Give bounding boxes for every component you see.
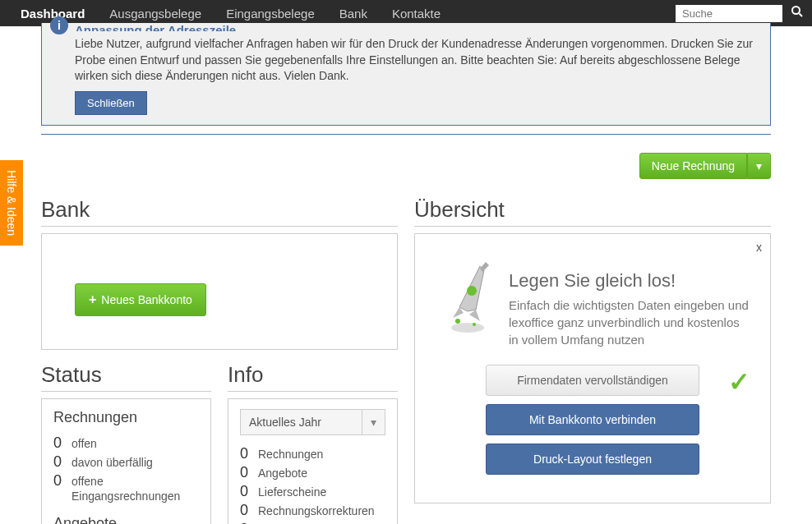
info-count: 0 bbox=[240, 464, 251, 481]
checkmark-icon: ✓ bbox=[728, 366, 750, 398]
overview-body: Einfach die wichtigsten Daten eingeben u… bbox=[509, 296, 750, 348]
status-line: 0 offene Eingangsrechnungen bbox=[53, 472, 199, 503]
overview-title: Legen Sie gleich los! bbox=[509, 270, 750, 292]
svg-point-3 bbox=[467, 286, 477, 296]
search-input[interactable] bbox=[676, 5, 782, 22]
info-label: Angebote bbox=[258, 464, 307, 480]
info-heading: Info bbox=[228, 362, 398, 392]
banner-title: Anpassung der Adresszeile bbox=[75, 23, 758, 31]
right-column: Übersicht x bbox=[414, 197, 771, 524]
info-count: 0 bbox=[240, 483, 251, 500]
help-ideas-tab[interactable]: Hilfe & Ideen bbox=[0, 160, 23, 246]
status-line: 0 davon überfällig bbox=[53, 453, 199, 471]
status-offers-header: Angebote bbox=[53, 515, 199, 524]
status-count: 0 bbox=[53, 453, 65, 471]
overview-heading: Übersicht bbox=[414, 197, 771, 227]
info-count: 0 bbox=[240, 445, 251, 462]
banner-body: Liebe Nutzer, aufgrund vielfacher Anfrag… bbox=[75, 36, 758, 85]
nav-bank[interactable]: Bank bbox=[327, 2, 380, 25]
svg-line-1 bbox=[800, 14, 803, 17]
info-label: Lieferscheine bbox=[258, 483, 326, 499]
status-count: 0 bbox=[53, 472, 65, 490]
year-select-value: Aktuelles Jahr bbox=[241, 410, 362, 434]
info-count: 0 bbox=[240, 502, 251, 519]
info-panel: Aktuelles Jahr ▾ 0 Rechnungen 0 Angebote bbox=[228, 398, 398, 524]
set-print-layout-button[interactable]: Druck-Layout festlegen bbox=[486, 444, 699, 475]
status-label: offene Eingangsrechnungen bbox=[72, 472, 199, 503]
info-banner: i Anpassung der Adresszeile Liebe Nutzer… bbox=[41, 23, 771, 126]
nav-eingangsbelege[interactable]: Eingangsbelege bbox=[214, 2, 327, 25]
connect-bank-button[interactable]: Mit Bankkonto verbinden bbox=[486, 404, 699, 435]
status-invoices-header: Rechnungen bbox=[53, 409, 199, 426]
rocket-icon bbox=[435, 254, 501, 336]
year-select[interactable]: Aktuelles Jahr ▾ bbox=[240, 409, 385, 435]
nav-ausgangsbelege[interactable]: Ausgangsbelege bbox=[97, 2, 214, 25]
svg-point-2 bbox=[451, 323, 484, 333]
status-panel: Rechnungen 0 offen 0 davon überfällig 0 … bbox=[41, 398, 211, 524]
chevron-down-icon[interactable]: ▾ bbox=[362, 410, 385, 434]
bank-heading: Bank bbox=[41, 197, 398, 227]
info-label: Rechnungen bbox=[258, 445, 323, 462]
overview-intro: Legen Sie gleich los! Einfach die wichti… bbox=[427, 246, 759, 348]
new-bank-account-label: Neues Bankkonto bbox=[101, 293, 192, 306]
plus-icon: + bbox=[89, 292, 96, 307]
nav-right bbox=[676, 5, 804, 22]
search-icon[interactable] bbox=[791, 5, 804, 21]
status-heading: Status bbox=[41, 362, 211, 392]
banner-divider bbox=[41, 134, 771, 135]
info-label: Rechnungskorrekturen bbox=[258, 502, 375, 518]
new-invoice-dropdown[interactable]: ▾ bbox=[747, 153, 771, 179]
info-count: 0 bbox=[240, 521, 251, 524]
svg-point-0 bbox=[792, 7, 800, 14]
info-line: 0 Lieferscheine bbox=[240, 483, 385, 500]
action-row: Neue Rechnung▾ bbox=[41, 153, 771, 179]
status-count: 0 bbox=[53, 434, 65, 452]
status-column: Status Rechnungen 0 offen 0 davon überfä… bbox=[41, 362, 211, 524]
info-label: Auftragsbestätigungen bbox=[258, 521, 373, 524]
bank-panel: + Neues Bankkonto bbox=[41, 233, 398, 350]
nav-left: Dashboard Ausgangsbelege Eingangsbelege … bbox=[8, 2, 453, 25]
complete-company-data-button[interactable]: Firmendaten vervollständigen bbox=[486, 365, 699, 396]
status-label: offen bbox=[72, 434, 97, 451]
nav-kontakte[interactable]: Kontakte bbox=[380, 2, 453, 25]
status-label: davon überfällig bbox=[72, 453, 153, 470]
banner-close-button[interactable]: Schließen bbox=[75, 91, 147, 115]
info-icon: i bbox=[50, 16, 68, 34]
svg-point-4 bbox=[455, 319, 460, 324]
svg-point-5 bbox=[473, 323, 476, 326]
left-column: Bank + Neues Bankkonto Status Rechnungen… bbox=[41, 197, 398, 524]
info-line: 0 Rechnungen bbox=[240, 445, 385, 462]
overview-panel: x bbox=[414, 233, 771, 503]
info-line: 0 Angebote bbox=[240, 464, 385, 481]
new-invoice-button[interactable]: Neue Rechnung bbox=[639, 153, 747, 179]
overview-actions: ✓ Firmendaten vervollständigen Mit Bankk… bbox=[427, 365, 759, 491]
info-line: 0 Auftragsbestätigungen bbox=[240, 521, 385, 524]
new-bank-account-button[interactable]: + Neues Bankkonto bbox=[75, 283, 206, 316]
overview-close-button[interactable]: x bbox=[756, 241, 762, 254]
info-column: Info Aktuelles Jahr ▾ 0 Rechnungen 0 Ang bbox=[228, 362, 398, 524]
info-line: 0 Rechnungskorrekturen bbox=[240, 502, 385, 519]
status-line: 0 offen bbox=[53, 434, 199, 452]
